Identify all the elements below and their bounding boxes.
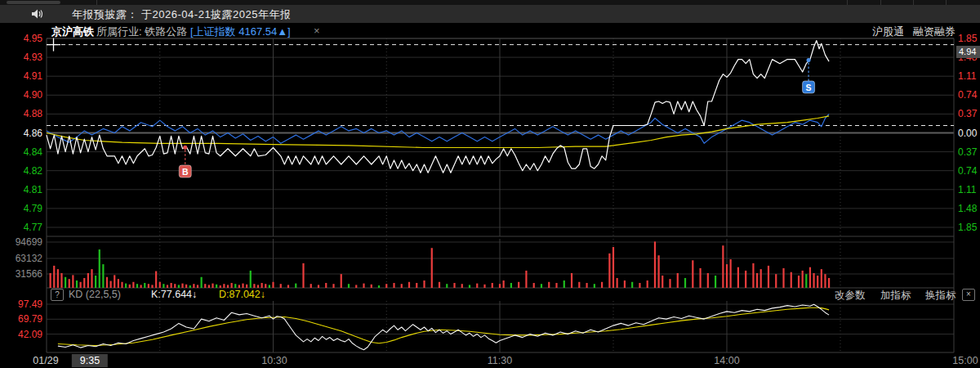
volume-bar (813, 273, 814, 288)
volume-bar (533, 283, 535, 288)
volume-bar (608, 254, 610, 288)
kd-indicator-label[interactable]: KD (22,5,5) (69, 289, 121, 300)
volume-bar (151, 285, 153, 288)
volume-bar (174, 284, 176, 288)
help-icon[interactable]: ? (51, 289, 64, 301)
volume-bar (828, 278, 830, 288)
volume-bar (87, 273, 89, 288)
volume-bar (99, 249, 100, 288)
volume-bar (722, 245, 724, 288)
switch-indicator-button[interactable]: 换指标 (925, 289, 956, 303)
percent-axis-label: 0.74 (958, 165, 977, 177)
volume-bar (261, 283, 263, 288)
time-tick-11-30: 11:30 (488, 355, 512, 366)
volume-bar (231, 283, 233, 288)
price-axis-label: 4.93 (2, 52, 42, 63)
volume-bar (234, 284, 236, 288)
volume-bar (310, 284, 312, 288)
volume-bar (140, 285, 142, 288)
volume-bar (745, 271, 746, 288)
volume-bar (805, 274, 807, 288)
volume-bar (809, 267, 811, 288)
volume-bar (612, 247, 614, 288)
volume-bar (737, 267, 739, 288)
volume-bar (594, 284, 595, 288)
volume-bar (132, 282, 134, 288)
volume-bar (178, 285, 180, 288)
volume-bar (439, 282, 440, 288)
volume-bar (114, 275, 115, 288)
volume-bar (677, 273, 679, 288)
volume-bar (525, 271, 527, 288)
volume-axis-label: 31566 (2, 268, 42, 280)
volume-bar (631, 282, 633, 288)
buy-marker-label[interactable]: B (182, 167, 189, 177)
volume-bar (246, 285, 247, 288)
volume-bar (492, 283, 493, 288)
volume-bar (571, 273, 572, 288)
percent-axis-label: 0.00 (958, 128, 977, 139)
volume-bar (355, 285, 357, 288)
volume-bar (125, 284, 127, 288)
volume-bar (699, 268, 701, 288)
volume-bar (318, 285, 319, 288)
price-axis-label: 4.81 (2, 184, 42, 195)
volume-bar (821, 269, 822, 288)
volume-bar (223, 284, 225, 288)
time-axis: 01/299:3510:3011:3014:0015:00 (0, 353, 980, 368)
volume-bar (155, 272, 157, 288)
percent-axis-label: 1.48 (958, 203, 977, 214)
volume-bar (555, 283, 557, 288)
volume-bar (72, 275, 74, 288)
buy-dot (183, 146, 187, 150)
volume-bar (159, 282, 161, 288)
volume-bar (469, 285, 470, 288)
kd-k-line (58, 304, 829, 350)
volume-bar (257, 285, 259, 288)
add-indicator-button[interactable]: 加指标 (880, 289, 911, 303)
change-params-button[interactable]: 改参数 (835, 289, 866, 303)
volume-bar (204, 284, 206, 288)
price-line (47, 41, 829, 173)
volume-bar (65, 277, 66, 288)
close-indicator-icon[interactable]: × (962, 289, 975, 301)
volume-bar (253, 284, 255, 288)
volume-bar (647, 280, 648, 288)
sell-dot (807, 58, 811, 62)
percent-axis-label: 0.37 (958, 108, 977, 119)
volume-bar (378, 285, 380, 288)
volume-bar (102, 264, 104, 288)
percent-axis-label: 1.85 (958, 33, 977, 44)
volume-bar (791, 272, 792, 288)
volume-bar (715, 276, 716, 288)
volume-bar (730, 259, 732, 288)
volume-bar (341, 274, 342, 288)
volume-bar (817, 276, 818, 288)
volume-axis-label: 63132 (2, 253, 42, 264)
kd-k-value: K:77.644↓ (151, 289, 197, 300)
volume-bar (499, 284, 501, 288)
volume-bar (201, 277, 203, 288)
volume-bar (684, 278, 686, 288)
trading-app-window: 年报预披露： 于2026-04-21披露2025年年报 京沪高铁 所属行业: 铁… (0, 0, 980, 368)
volume-bar (287, 285, 289, 288)
sell-marker-label[interactable]: S (806, 83, 812, 92)
volume-bar (371, 285, 372, 288)
volume-bar (272, 282, 274, 288)
price-axis-label: 4.86 (2, 128, 42, 139)
volume-bar (654, 241, 656, 288)
volume-bar (518, 282, 519, 288)
percent-axis-label: 1.11 (958, 70, 976, 82)
percent-axis-label: 0.74 (958, 89, 977, 101)
volume-bar (824, 274, 826, 288)
time-tick-10-30: 10:30 (261, 355, 287, 366)
volume-bar (416, 283, 417, 288)
chart-canvas: BS (0, 0, 980, 368)
chart-area[interactable]: BS 4.954.934.914.904.884.864.844.824.814… (0, 0, 980, 368)
average-price-line (47, 116, 829, 148)
volume-bar (564, 280, 565, 288)
volume-bar (269, 285, 270, 288)
indicator-header: ? KD (22,5,5) K:77.644↓ D:87.042↓ 改参数 加指… (0, 289, 980, 301)
volume-bar (110, 281, 112, 288)
volume-bar (423, 280, 425, 288)
